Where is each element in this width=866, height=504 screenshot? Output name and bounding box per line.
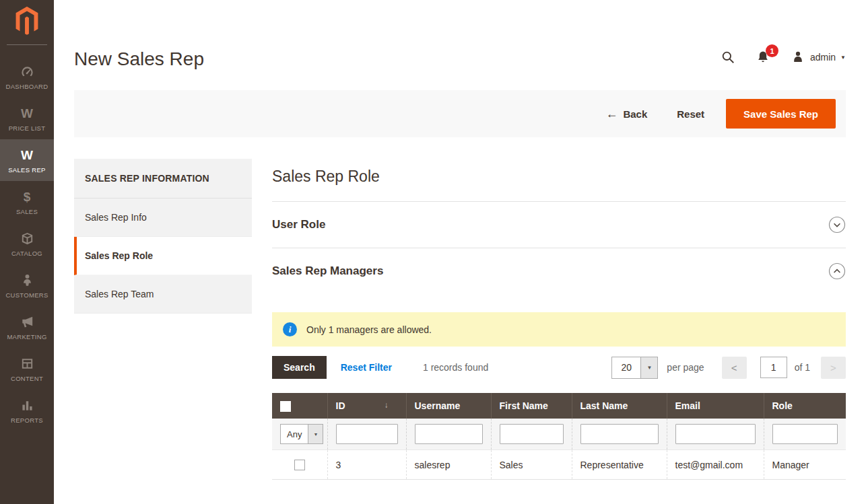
detail-panel: Sales Rep Role User Role Sales Rep Manag… (272, 159, 846, 480)
mass-select-filter-cell: Any ▼ (272, 419, 327, 450)
chevron-down-icon: ▼ (840, 55, 846, 61)
grid-toolbar: Search Reset Filter 1 records found 20 ▼… (272, 356, 846, 379)
sidebar-item-label: PRICE LIST (9, 124, 46, 132)
grid-data-row[interactable]: 3 salesrep Sales Representative test@gma… (272, 450, 846, 480)
chevron-down-circle-icon (828, 216, 846, 233)
grid-header-row: ID ↓ Username First Name Last Name Email… (272, 393, 846, 419)
catalog-icon (20, 230, 35, 246)
column-header-first-name[interactable]: First Name (491, 393, 572, 419)
cell-role: Manager (764, 450, 846, 480)
tab-sales-rep-role[interactable]: Sales Rep Role (74, 237, 252, 275)
magento-logo-icon[interactable] (0, 0, 54, 42)
search-icon[interactable] (721, 50, 735, 65)
tab-panel-title: SALES REP INFORMATION (74, 159, 252, 199)
content-row: SALES REP INFORMATION Sales Rep Info Sal… (74, 159, 846, 480)
cell-first-name: Sales (491, 450, 572, 480)
column-header-role[interactable]: Role (764, 393, 846, 419)
sidebar-item-label: SALES (16, 208, 38, 215)
sidebar-item-label: DASHBOARD (6, 83, 48, 90)
page-number-input[interactable] (760, 357, 787, 378)
sidebar-item-price-list[interactable]: W PRICE LIST (0, 98, 54, 139)
content-icon (20, 355, 35, 371)
save-sales-rep-button[interactable]: Save Sales Rep (726, 99, 836, 129)
column-header-email[interactable]: Email (667, 393, 764, 419)
section-sales-rep-managers: Sales Rep Managers (272, 248, 846, 294)
mass-select-filter-dropdown[interactable]: Any ▼ (280, 424, 323, 444)
sales-icon: $ (24, 188, 31, 205)
back-arrow-icon: ← (605, 108, 618, 120)
records-found-text: 1 records found (423, 362, 488, 373)
column-header-last-name[interactable]: Last Name (572, 393, 667, 419)
cell-username: salesrep (406, 450, 491, 480)
notifications-bell-icon[interactable]: 1 (756, 50, 770, 65)
page-total-text: of 1 (795, 362, 810, 373)
mass-select-filter-value: Any (281, 425, 308, 443)
per-page-value: 20 (612, 357, 640, 378)
main-area: New Sales Rep 1 admin ▼ ← Back Reset (54, 0, 866, 480)
chevron-up-circle-icon (828, 262, 846, 280)
info-icon: i (283, 322, 297, 336)
section-label: User Role (272, 218, 325, 231)
row-checkbox[interactable] (294, 460, 305, 470)
sidebar-item-marketing[interactable]: MARKETING (0, 306, 54, 348)
admin-user-menu[interactable]: admin ▼ (791, 50, 846, 65)
magento-admin-screen: DASHBOARD W PRICE LIST W SALES REP $ SAL… (0, 0, 866, 504)
sales-rep-tab-panel: SALES REP INFORMATION Sales Rep Info Sal… (74, 159, 252, 480)
admin-sidebar: DASHBOARD W PRICE LIST W SALES REP $ SAL… (0, 0, 54, 504)
marketing-icon (20, 314, 35, 330)
sidebar-item-sales-rep[interactable]: W SALES REP (0, 139, 54, 181)
admin-user-name: admin (810, 52, 836, 63)
section-user-role: User Role (272, 202, 846, 248)
sidebar-item-label: CATALOG (11, 250, 42, 257)
reset-button[interactable]: Reset (662, 108, 719, 120)
sidebar-item-catalog[interactable]: CATALOG (0, 223, 54, 264)
detail-title: Sales Rep Role (272, 159, 846, 202)
sidebar-nav: DASHBOARD W PRICE LIST W SALES REP $ SAL… (0, 56, 54, 431)
page-action-bar: ← Back Reset Save Sales Rep (74, 90, 846, 137)
collapse-sales-rep-managers-button[interactable] (828, 262, 846, 280)
column-header-username[interactable]: Username (406, 393, 491, 419)
cell-id: 3 (327, 450, 406, 480)
expand-user-role-button[interactable] (828, 216, 846, 233)
sidebar-item-content[interactable]: CONTENT (0, 348, 54, 390)
notice-text: Only 1 managers are allowed. (306, 324, 432, 335)
previous-page-button[interactable]: < (722, 357, 747, 379)
per-page-select[interactable]: 20 ▼ (611, 357, 658, 379)
per-page-label: per page (667, 362, 704, 373)
sidebar-item-dashboard[interactable]: DASHBOARD (0, 56, 54, 98)
back-button[interactable]: ← Back (591, 108, 662, 120)
sidebar-item-label: MARKETING (7, 333, 46, 340)
notification-badge: 1 (766, 44, 778, 57)
grid-search-button[interactable]: Search (272, 356, 327, 379)
tab-sales-rep-team[interactable]: Sales Rep Team (74, 275, 252, 314)
filter-input-username[interactable] (415, 424, 483, 444)
managers-grid: ID ↓ Username First Name Last Name Email… (272, 393, 846, 480)
section-label: Sales Rep Managers (272, 264, 383, 278)
column-header-id[interactable]: ID ↓ (327, 393, 406, 419)
sidebar-item-label: SALES REP (8, 166, 46, 174)
sidebar-item-reports[interactable]: REPORTS (0, 390, 54, 431)
filter-input-id[interactable] (336, 424, 398, 444)
sidebar-item-label: REPORTS (11, 417, 43, 424)
grid-filter-row: Any ▼ (272, 419, 846, 450)
filter-input-email[interactable] (675, 424, 756, 444)
select-all-header-cell (272, 393, 327, 419)
customers-icon (20, 272, 35, 288)
filter-input-last-name[interactable] (580, 424, 659, 444)
chevron-down-icon: ▼ (308, 425, 323, 443)
chevron-down-icon: ▼ (640, 357, 657, 378)
reset-filter-link[interactable]: Reset Filter (341, 362, 392, 373)
header-actions: 1 admin ▼ (721, 50, 846, 65)
sidebar-item-customers[interactable]: CUSTOMERS (0, 264, 54, 306)
tab-sales-rep-info[interactable]: Sales Rep Info (74, 199, 252, 237)
filter-input-first-name[interactable] (500, 424, 564, 444)
select-all-checkbox[interactable] (280, 401, 291, 412)
filter-input-role[interactable] (772, 424, 838, 444)
price-list-icon: W (21, 105, 33, 121)
dashboard-icon (20, 63, 35, 79)
cell-last-name: Representative (572, 450, 667, 480)
sidebar-item-sales[interactable]: $ SALES (0, 181, 54, 223)
notice-banner: i Only 1 managers are allowed. (272, 312, 846, 347)
next-page-button[interactable]: > (821, 357, 846, 379)
cell-email: test@gmail.com (667, 450, 764, 480)
